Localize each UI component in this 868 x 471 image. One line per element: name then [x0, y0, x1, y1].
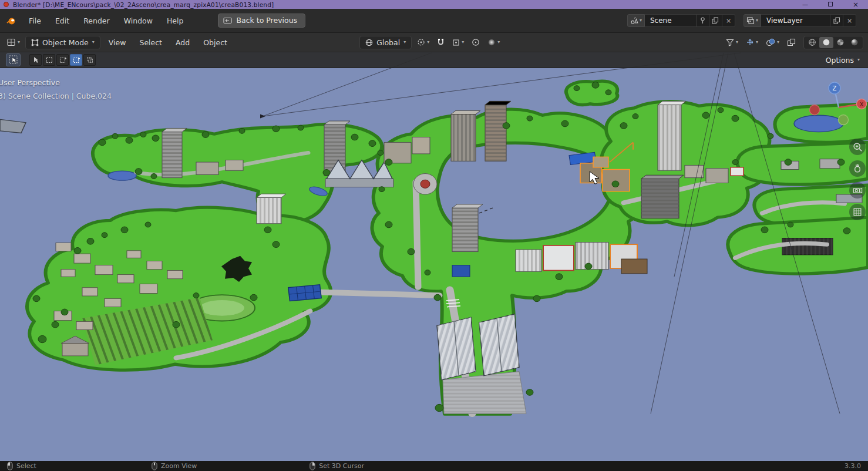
greenhouse-2[interactable] — [479, 314, 519, 376]
options-dropdown[interactable]: Options ▾ — [826, 56, 862, 65]
scene-icon — [630, 16, 638, 25]
chevron-down-icon: ▾ — [403, 40, 406, 45]
left-mouse-icon — [7, 462, 13, 470]
minimize-button[interactable]: — — [802, 2, 808, 8]
menu-add[interactable]: Add — [170, 36, 195, 49]
blender-logo-icon[interactable] — [5, 16, 21, 25]
orientation-label: Global — [376, 38, 400, 47]
select-subtract-icon — [73, 56, 80, 63]
snap-toggle-button[interactable] — [435, 36, 447, 49]
proportional-falloff-selector[interactable]: ▾ — [485, 36, 502, 49]
gizmo-x-label: X — [860, 102, 863, 107]
magnet-icon — [437, 38, 445, 46]
back-to-previous-button[interactable]: Back to Previous — [218, 14, 305, 28]
browse-viewlayer-button[interactable]: ▾ — [743, 14, 761, 27]
scene-name-field[interactable]: Scene — [645, 14, 697, 27]
gizmo-axis-x-neg[interactable] — [810, 105, 820, 115]
maximize-button[interactable] — [828, 2, 833, 8]
pivot-point-selector[interactable]: ▾ — [415, 36, 432, 49]
building-dark-tower[interactable] — [641, 175, 684, 218]
pan-button[interactable] — [849, 160, 866, 177]
chevron-down-icon: ▾ — [756, 18, 758, 23]
menu-select[interactable]: Select — [134, 36, 167, 49]
status-zoom-label: Zoom View — [161, 462, 197, 470]
island-finger-mid[interactable] — [738, 142, 868, 184]
active-tool-select-box-button[interactable] — [6, 53, 21, 66]
chevron-down-icon: ▾ — [462, 40, 464, 45]
chevron-down-icon: ▾ — [640, 18, 642, 23]
viewport-canvas[interactable] — [0, 52, 868, 461]
tool-settings-bar: Options ▾ — [0, 52, 868, 68]
solar-panel-array[interactable] — [288, 285, 321, 301]
pin-scene-button[interactable] — [697, 14, 709, 27]
building-tower-mid[interactable] — [452, 204, 483, 252]
shading-material-button[interactable] — [833, 37, 847, 48]
menu-edit[interactable]: Edit — [49, 14, 76, 28]
covered-bridge-building[interactable] — [325, 160, 393, 187]
pin-icon — [699, 17, 706, 24]
gizmos-toggle-button[interactable]: ▾ — [743, 36, 761, 49]
window-controls: — × — [802, 2, 864, 8]
new-scene-button[interactable] — [709, 14, 722, 27]
gizmo-z-label: Z — [833, 85, 837, 92]
zoom-button[interactable] — [849, 139, 866, 155]
object-visibility-filter-button[interactable]: ▾ — [724, 36, 741, 49]
mode-selector[interactable]: Object Mode ▾ — [25, 36, 100, 49]
camera-view-button[interactable] — [849, 182, 866, 199]
new-viewlayer-button[interactable] — [830, 14, 843, 27]
shading-rendered-button[interactable] — [847, 37, 862, 48]
overlays-toggle-button[interactable]: ▾ — [763, 36, 782, 49]
unlink-scene-button[interactable]: × — [722, 14, 735, 27]
viewport-nav-buttons — [849, 139, 866, 220]
close-button[interactable]: × — [853, 2, 859, 8]
select-mode-intersect-button[interactable] — [83, 54, 96, 66]
menu-view[interactable]: View — [103, 36, 132, 49]
blue-utility-box[interactable] — [452, 265, 470, 277]
global-orientation-icon — [365, 39, 373, 46]
material-preview-icon — [836, 38, 845, 46]
viewlayer-name-field[interactable]: ViewLayer — [761, 14, 830, 27]
menu-file[interactable]: File — [22, 14, 48, 28]
maximize-icon — [828, 2, 833, 6]
remove-viewlayer-button[interactable]: × — [843, 14, 856, 27]
gizmo-axis-y[interactable] — [839, 115, 849, 125]
magnifier-icon — [851, 140, 864, 153]
menu-render[interactable]: Render — [77, 14, 116, 28]
building-tower-a[interactable] — [451, 110, 480, 161]
menu-object[interactable]: Object — [198, 36, 233, 49]
transform-orientation-selector[interactable]: Global ▾ — [359, 36, 412, 49]
active-collection-label: 3) Scene Collection | Cube.024 — [0, 92, 112, 100]
select-mode-tweak-button[interactable] — [29, 54, 42, 66]
chevron-down-icon: ▾ — [756, 40, 758, 45]
browse-scene-button[interactable]: ▾ — [627, 14, 645, 27]
status-cursor-label: Set 3D Cursor — [319, 462, 364, 470]
building-white-block[interactable] — [257, 194, 286, 224]
middle-mouse-icon — [152, 462, 157, 470]
select-mode-subtract-button[interactable] — [70, 54, 82, 66]
shading-solid-button[interactable] — [819, 37, 833, 48]
viewport-3d[interactable]: Options ▾ User Perspective 3) Scene Coll… — [0, 52, 868, 461]
select-mode-extend-button[interactable] — [56, 54, 69, 66]
navigation-gizmo[interactable]: Z X — [808, 78, 867, 131]
ortho-grid-icon — [851, 206, 864, 218]
snap-settings-button[interactable]: ▾ — [450, 36, 466, 49]
chevron-down-icon: ▾ — [857, 58, 860, 62]
select-new-icon — [46, 56, 53, 63]
round-plaza[interactable] — [413, 174, 437, 194]
menu-window[interactable]: Window — [117, 14, 159, 28]
shading-mode-group — [803, 36, 863, 49]
proportional-editing-toggle[interactable] — [469, 36, 482, 49]
wireframe-icon — [808, 38, 816, 46]
menu-help[interactable]: Help — [160, 14, 190, 28]
select-mode-new-button[interactable] — [43, 54, 55, 66]
viewlayer-icon — [746, 16, 755, 25]
shading-wireframe-button[interactable] — [805, 37, 819, 48]
object-mode-icon — [31, 39, 39, 46]
dark-lot[interactable] — [782, 238, 833, 255]
mode-label: Object Mode — [42, 38, 89, 47]
xray-toggle-button[interactable] — [785, 36, 798, 49]
greenhouse-1[interactable] — [437, 317, 476, 379]
perspective-toggle-button[interactable] — [849, 204, 866, 220]
status-select-label: Select — [16, 462, 36, 470]
editor-type-button[interactable]: ▾ — [5, 36, 22, 49]
